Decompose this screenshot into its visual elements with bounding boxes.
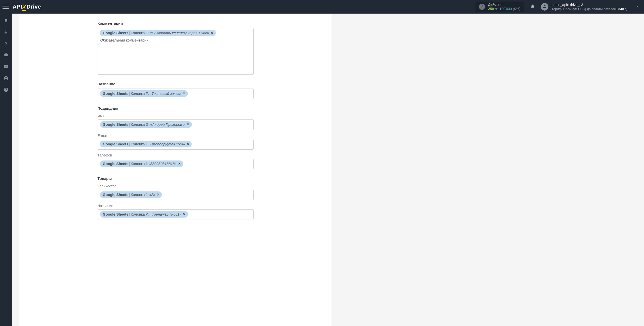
- sidebar: [0, 14, 12, 326]
- chip-products-name[interactable]: Google Sheets | Колонка K: «Тренажер H-0…: [100, 211, 188, 218]
- logo[interactable]: APIXDrive: [13, 0, 41, 14]
- home-icon: [4, 18, 9, 24]
- chip-remove-icon[interactable]: ✕: [178, 161, 181, 166]
- field-comment-input[interactable]: Google Sheets | Колонка E: «Позвонить кл…: [98, 28, 254, 75]
- actions-usage-text: Действия: 250 из 100'000 (0%): [488, 3, 520, 11]
- section-products-label: Товары: [98, 176, 254, 181]
- bell-icon: [530, 4, 535, 10]
- products-name-input[interactable]: Google Sheets | Колонка K: «Тренажер H-0…: [98, 209, 254, 220]
- field-title-input[interactable]: Google Sheets | Колонка F: «Тестовый зак…: [98, 89, 254, 99]
- contractor-email-input[interactable]: Google Sheets | Колонка H: «prohor@gmail…: [98, 139, 254, 150]
- nav-jobs[interactable]: [3, 53, 9, 58]
- field-comment: Комментарий Google Sheets | Колонка E: «…: [98, 21, 254, 75]
- chip-remove-icon[interactable]: ✕: [211, 31, 213, 35]
- user-text: demo_apix-drive_s3 Тариф |Премиум PRO| д…: [551, 3, 628, 11]
- user-icon: [542, 4, 547, 10]
- products-qty-label: Количество: [98, 184, 254, 188]
- notifications-button[interactable]: [530, 4, 535, 10]
- sitemap-icon: [4, 29, 9, 35]
- products-qty-input[interactable]: Google Sheets | Колонка J: «2» ✕: [98, 190, 254, 200]
- section-contractor-label: Подрядчик: [98, 106, 254, 110]
- actions-title: Действия:: [488, 3, 520, 7]
- field-comment-label: Комментарий: [98, 21, 254, 25]
- actions-pct: (0%): [513, 7, 520, 11]
- contractor-name-label: Имя: [98, 114, 254, 118]
- logo-part-api: API: [13, 4, 22, 10]
- contractor-phone-input[interactable]: Google Sheets | Колонка I: «380989818818…: [98, 159, 254, 169]
- chip-contractor-phone[interactable]: Google Sheets | Колонка I: «380989818818…: [100, 160, 184, 167]
- chip-remove-icon[interactable]: ✕: [183, 212, 186, 217]
- youtube-icon: [4, 64, 9, 70]
- info-icon: i: [479, 4, 485, 10]
- menu-toggle[interactable]: [3, 4, 9, 10]
- field-title: Название Google Sheets | Колонка F: «Тес…: [98, 82, 254, 99]
- mapping-form: Комментарий Google Sheets | Колонка E: «…: [98, 14, 254, 316]
- section-products: Товары Количество Google Sheets | Колонк…: [98, 176, 254, 220]
- briefcase-icon: [4, 53, 9, 59]
- chip-remove-icon[interactable]: ✕: [187, 122, 189, 127]
- actions-usage[interactable]: i Действия: 250 из 100'000 (0%): [475, 2, 524, 12]
- user-menu[interactable]: demo_apix-drive_s3 Тариф |Премиум PRO| д…: [541, 3, 639, 11]
- chip-comment[interactable]: Google Sheets | Колонка E: «Позвонить кл…: [100, 30, 216, 36]
- section-contractor: Подрядчик Имя Google Sheets | Колонка G:…: [98, 106, 254, 169]
- chip-title[interactable]: Google Sheets | Колонка F: «Тестовый зак…: [100, 90, 188, 97]
- logo-part-drive: Drive: [26, 4, 41, 10]
- user-circle-icon: [4, 76, 9, 82]
- user-name: demo_apix-drive_s3: [551, 3, 628, 7]
- actions-used: 250: [488, 7, 494, 11]
- chip-contractor-email[interactable]: Google Sheets | Колонка H: «prohor@gmail…: [100, 141, 192, 147]
- actions-total: 100'000: [499, 7, 512, 11]
- user-plan: Тариф |Премиум PRO| до оплаты осталось 3…: [551, 7, 628, 11]
- field-title-label: Название: [98, 82, 254, 86]
- avatar: [541, 3, 548, 11]
- chip-contractor-name[interactable]: Google Sheets | Колонка G: «Андрей Прохо…: [100, 121, 192, 128]
- dollar-icon: [4, 41, 9, 47]
- actions-sep: из: [495, 7, 498, 11]
- chevron-down-icon: [636, 5, 639, 9]
- content-card: Комментарий Google Sheets | Колонка E: «…: [19, 14, 332, 326]
- chip-remove-icon[interactable]: ✕: [157, 192, 159, 197]
- nav-help[interactable]: [3, 88, 9, 93]
- comment-freetext[interactable]: Обязательный комментарий: [100, 38, 251, 43]
- nav-connections[interactable]: [3, 30, 9, 35]
- contractor-name-input[interactable]: Google Sheets | Колонка G: «Андрей Прохо…: [98, 119, 254, 130]
- app-header: APIXDrive i Действия: 250 из 100'000 (0%…: [0, 0, 644, 14]
- chip-remove-icon[interactable]: ✕: [186, 142, 189, 146]
- chip-remove-icon[interactable]: ✕: [183, 91, 185, 96]
- nav-videos[interactable]: [3, 64, 9, 70]
- nav-account[interactable]: [3, 76, 9, 82]
- chip-products-qty[interactable]: Google Sheets | Колонка J: «2» ✕: [100, 191, 162, 198]
- products-name-label: Название: [98, 204, 254, 208]
- help-icon: [4, 87, 9, 93]
- logo-part-x: X: [22, 4, 27, 10]
- nav-billing[interactable]: [3, 41, 9, 47]
- nav-home[interactable]: [3, 18, 9, 24]
- contractor-phone-label: Телефон: [98, 153, 254, 157]
- contractor-email-label: E-mail: [98, 134, 254, 138]
